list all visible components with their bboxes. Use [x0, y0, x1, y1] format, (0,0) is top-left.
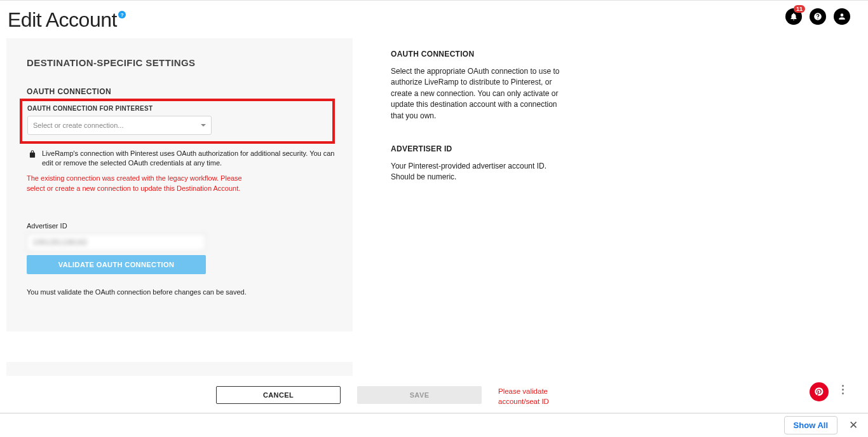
- oauth-select-placeholder: Select or create connection...: [33, 121, 123, 129]
- footer-warning: Please validate account/seat ID: [498, 386, 574, 406]
- advertiser-id-label: Advertiser ID: [27, 222, 335, 230]
- header: Edit Account ? 11: [0, 1, 868, 32]
- panel-heading: DESTINATION-SPECIFIC SETTINGS: [27, 57, 335, 68]
- chevron-down-icon: [201, 124, 206, 127]
- question-icon: [813, 12, 822, 21]
- bottom-notification-bar: Show All ✕: [0, 413, 868, 437]
- page-title-text: Edit Account: [8, 8, 117, 32]
- help-panel: OAUTH CONNECTION Select the appropriate …: [391, 38, 562, 376]
- lock-icon: [28, 149, 37, 158]
- settings-panel-next: [6, 362, 353, 376]
- save-button[interactable]: SAVE: [357, 386, 482, 404]
- pinterest-logo-icon: [810, 382, 829, 401]
- oauth-connection-select[interactable]: Select or create connection...: [27, 116, 212, 135]
- content-area: DESTINATION-SPECIFIC SETTINGS OAUTH CONN…: [0, 32, 868, 376]
- advertiser-id-input[interactable]: [27, 233, 206, 251]
- footer-action-bar: CANCEL SAVE Please validate account/seat…: [0, 376, 868, 413]
- oauth-warning: The existing connection was created with…: [27, 174, 249, 194]
- lock-info-row: LiveRamp's connection with Pinterest use…: [27, 149, 335, 169]
- header-icons: 11: [785, 8, 850, 25]
- show-all-button[interactable]: Show All: [784, 416, 837, 434]
- left-column: DESTINATION-SPECIFIC SETTINGS OAUTH CONN…: [6, 38, 353, 376]
- oauth-highlight-frame: OAUTH CONNECTION FOR PINTEREST Select or…: [20, 99, 335, 144]
- notifications-button[interactable]: 11: [785, 8, 802, 25]
- help-badge-icon[interactable]: ?: [118, 11, 126, 18]
- help-advertiser-body: Your Pinterest-provided advertiser accou…: [391, 161, 562, 183]
- bell-icon: [789, 12, 798, 21]
- cancel-button[interactable]: CANCEL: [216, 386, 341, 404]
- more-options-button[interactable]: [836, 385, 849, 394]
- lock-info-text: LiveRamp's connection with Pinterest use…: [42, 149, 335, 169]
- oauth-caption: OAUTH CONNECTION FOR PINTEREST: [27, 105, 327, 112]
- help-oauth-body: Select the appropriate OAuth connection …: [391, 66, 562, 121]
- help-button[interactable]: [810, 8, 826, 25]
- help-oauth-heading: OAUTH CONNECTION: [391, 50, 562, 66]
- help-oauth-section: OAUTH CONNECTION Select the appropriate …: [391, 50, 562, 121]
- validation-note: You must validate the OAuth connection b…: [27, 288, 335, 296]
- help-advertiser-section: ADVERTISER ID Your Pinterest-provided ad…: [391, 144, 562, 183]
- oauth-section-label: OAUTH CONNECTION: [27, 87, 335, 96]
- person-icon: [837, 12, 846, 21]
- validate-oauth-button[interactable]: VALIDATE OAUTH CONNECTION: [27, 255, 206, 274]
- settings-panel: DESTINATION-SPECIFIC SETTINGS OAUTH CONN…: [6, 38, 353, 331]
- close-icon[interactable]: ✕: [849, 419, 858, 432]
- page-title: Edit Account ?: [8, 8, 126, 32]
- help-advertiser-heading: ADVERTISER ID: [391, 144, 562, 161]
- account-button[interactable]: [834, 8, 850, 25]
- notifications-count: 11: [794, 5, 805, 13]
